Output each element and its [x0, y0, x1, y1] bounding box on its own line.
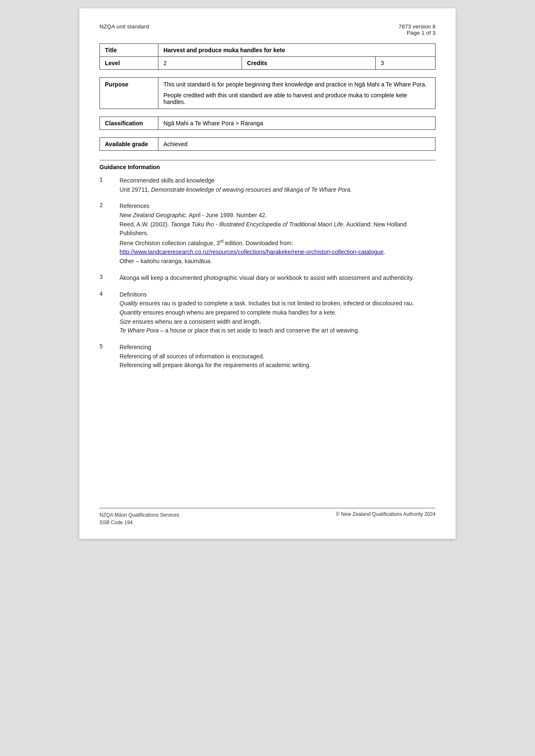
guidance-item2-heading: References — [120, 202, 436, 211]
classification-label: Classification — [100, 117, 158, 130]
footer-ssb: SSB Code 194 — [99, 519, 179, 526]
list-item: 1 Recommended skills and knowledge Unit … — [99, 176, 436, 194]
header-version: 7873 version 8 — [398, 23, 436, 30]
grade-table: Available grade Achieved — [99, 137, 436, 151]
footer-copyright: © New Zealand Qualifications Authority 2… — [336, 511, 436, 526]
list-item: 3 Ākonga will keep a documented photogra… — [99, 274, 436, 283]
page: NZQA unit standard 7873 version 8 Page 1… — [79, 8, 456, 539]
credits-value: 3 — [375, 57, 435, 70]
purpose-table: Purpose This unit standard is for people… — [99, 77, 436, 109]
purpose-label: Purpose — [100, 78, 158, 109]
guidance-item1-body: Unit 29711, Demonstrate knowledge of wea… — [120, 185, 436, 195]
guidance-item5-line1: Referencing of all sources of informatio… — [120, 352, 436, 361]
guidance-item1-heading: Recommended skills and knowledge — [120, 176, 436, 185]
guidance-list: 1 Recommended skills and knowledge Unit … — [99, 176, 436, 370]
list-num-4: 4 — [99, 290, 120, 297]
list-num-2: 2 — [99, 202, 120, 208]
grade-row: Available grade Achieved — [100, 138, 436, 151]
guidance-section: Guidance Information 1 Recommended skill… — [99, 160, 436, 370]
credits-label: Credits — [242, 57, 376, 70]
list-item: 5 Referencing Referencing of all sources… — [99, 343, 436, 370]
guidance-title: Guidance Information — [99, 160, 436, 170]
level-row: Level 2 Credits 3 — [100, 57, 436, 70]
level-label: Level — [100, 57, 158, 70]
footer-left: NZQA Māori Qualifications Services SSB C… — [99, 511, 179, 526]
guidance-item2-other: Other – kaitohu raranga, kaumātua. — [120, 257, 436, 266]
level-value: 2 — [158, 57, 242, 70]
list-content-3: Ākonga will keep a documented photograph… — [120, 274, 436, 283]
title-table: Title Harvest and produce muka handles f… — [99, 43, 436, 70]
list-num-1: 1 — [99, 176, 120, 183]
list-content-2: References New Zealand Geographic. April… — [120, 202, 436, 266]
list-content-5: Referencing Referencing of all sources o… — [120, 343, 436, 370]
purpose-row: Purpose This unit standard is for people… — [100, 78, 436, 109]
catalogue-link[interactable]: http://www.landcareresearch.co.nz/resour… — [120, 249, 384, 255]
title-value: Harvest and produce muka handles for ket… — [158, 44, 436, 57]
title-row: Title Harvest and produce muka handles f… — [100, 44, 436, 57]
guidance-item4-line3: Size ensures whenu are a consistent widt… — [120, 317, 436, 327]
guidance-item5-heading: Referencing — [120, 343, 436, 352]
header-page: Page 1 of 3 — [398, 30, 436, 36]
purpose-content: This unit standard is for people beginni… — [158, 78, 436, 109]
guidance-item2-link: http://www.landcareresearch.co.nz/resour… — [120, 248, 436, 257]
classification-row: Classification Ngā Mahi a Te Whare Pora … — [100, 117, 436, 130]
header-right: 7873 version 8 Page 1 of 3 — [398, 23, 436, 36]
list-num-5: 5 — [99, 343, 120, 350]
list-num-3: 3 — [99, 274, 120, 280]
list-item: 4 Definitions Quality ensures rau is gra… — [99, 290, 436, 335]
header-left: NZQA unit standard — [99, 23, 149, 30]
guidance-item2-line1: New Zealand Geographic. April - June 199… — [120, 211, 436, 220]
classification-table: Classification Ngā Mahi a Te Whare Pora … — [99, 117, 436, 130]
guidance-item4-line4: Te Whare Pora – a house or place that is… — [120, 326, 436, 335]
guidance-item4-heading: Definitions — [120, 290, 436, 299]
list-content-4: Definitions Quality ensures rau is grade… — [120, 290, 436, 335]
guidance-item2-line3: Rene Orchiston collection catalogue, 3rd… — [120, 238, 436, 248]
list-content-1: Recommended skills and knowledge Unit 29… — [120, 176, 436, 194]
purpose-para1: This unit standard is for people beginni… — [163, 81, 430, 88]
title-label: Title — [100, 44, 158, 57]
guidance-item4-line1: Quality ensures rau is graded to complet… — [120, 299, 436, 308]
guidance-item2-line2: Reed, A.W. (2002). Taonga Tuku Iho - Ill… — [120, 220, 436, 238]
guidance-item4-line2: Quantity ensures enough whenu are prepar… — [120, 308, 436, 317]
footer-org: NZQA Māori Qualifications Services — [99, 511, 179, 519]
grade-label: Available grade — [100, 138, 158, 151]
page-header: NZQA unit standard 7873 version 8 Page 1… — [99, 23, 436, 36]
list-item: 2 References New Zealand Geographic. Apr… — [99, 202, 436, 266]
guidance-item5-line2: Referencing will prepare ākonga for the … — [120, 361, 436, 370]
grade-value: Achieved — [158, 138, 436, 151]
classification-value: Ngā Mahi a Te Whare Pora > Raranga — [158, 117, 436, 130]
purpose-para2: People credited with this unit standard … — [163, 92, 430, 105]
page-footer: NZQA Māori Qualifications Services SSB C… — [99, 508, 436, 526]
